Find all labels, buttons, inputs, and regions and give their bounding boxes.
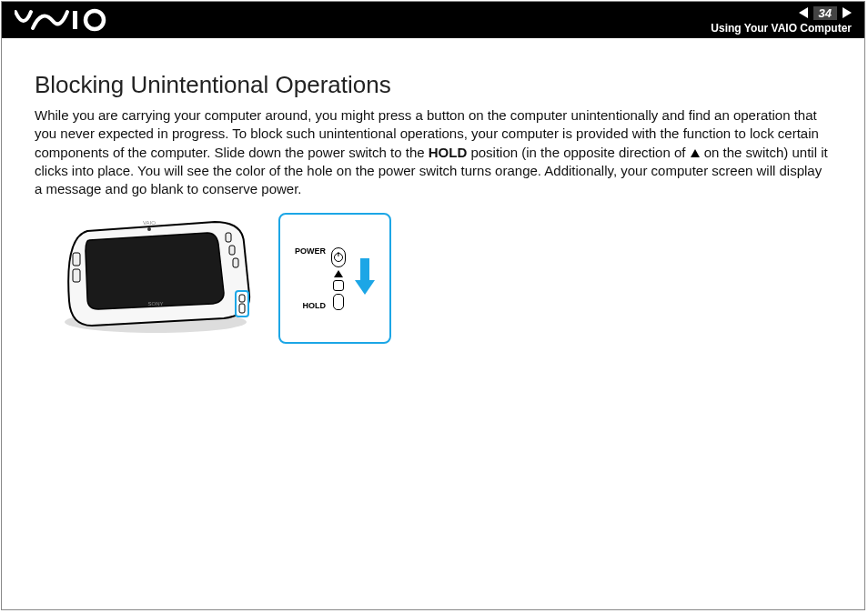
switch-callout: POWER HOLD [278, 213, 391, 344]
switch-slot-icon [333, 280, 344, 291]
switch-labels: POWER HOLD [295, 246, 326, 310]
triangle-up-icon [691, 149, 700, 157]
prev-page-arrow-icon[interactable] [799, 7, 808, 18]
svg-rect-7 [233, 258, 238, 267]
svg-rect-5 [226, 233, 231, 242]
header-bar: 34 Using Your VAIO Computer [2, 2, 864, 38]
switch-slider-icon [333, 294, 344, 310]
svg-point-3 [147, 227, 151, 231]
document-page: 34 Using Your VAIO Computer Blocking Uni… [1, 1, 865, 610]
page-nav: 34 [799, 6, 852, 20]
svg-text:SONY: SONY [147, 301, 163, 306]
svg-rect-8 [73, 253, 80, 266]
hold-word: HOLD [429, 145, 468, 160]
svg-rect-14 [360, 258, 369, 280]
power-icon [331, 247, 346, 267]
body-paragraph: While you are carrying your computer aro… [35, 106, 832, 198]
svg-marker-15 [355, 280, 375, 295]
page-title: Blocking Unintentional Operations [35, 71, 832, 99]
content-area: Blocking Unintentional Operations While … [2, 38, 864, 344]
figure-row: VAIO SONY POWER HOLD [51, 213, 832, 344]
section-title: Using Your VAIO Computer [711, 22, 852, 35]
svg-point-1 [86, 11, 104, 29]
svg-rect-0 [73, 11, 77, 29]
hold-label: HOLD [295, 301, 326, 310]
svg-rect-6 [229, 246, 235, 255]
power-label: POWER [295, 246, 326, 256]
svg-text:VAIO: VAIO [143, 220, 156, 226]
down-arrow-icon [355, 256, 375, 300]
triangle-up-icon [334, 270, 343, 277]
para-text-2: position (in the opposite direction of [467, 145, 689, 160]
vaio-logo [15, 8, 115, 32]
device-illustration: VAIO SONY [51, 215, 260, 342]
switch-diagram [331, 247, 346, 310]
page-number: 34 [813, 6, 837, 20]
header-right: 34 Using Your VAIO Computer [711, 2, 852, 38]
next-page-arrow-icon[interactable] [843, 7, 852, 18]
svg-rect-9 [73, 269, 80, 282]
